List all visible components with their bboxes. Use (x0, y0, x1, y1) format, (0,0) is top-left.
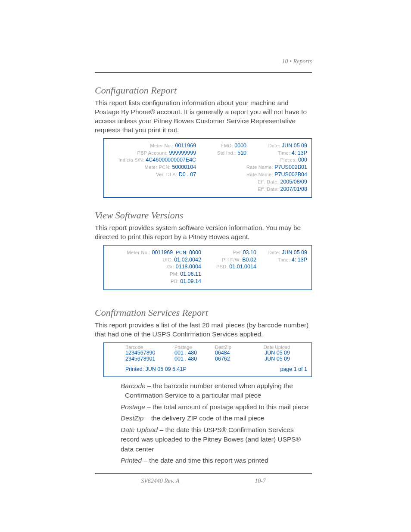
lbl-pieces: Pieces: (280, 157, 296, 162)
term-postage: Postage (121, 403, 145, 411)
table-row: 1234567890 001 . 480 06484 JUN 05 09 (125, 350, 307, 356)
section3-intro: This report provides a list of the last … (95, 321, 312, 339)
lbl-eff1: Eff. Date: (258, 179, 279, 184)
val-emd: 0000 (234, 143, 246, 149)
section1-title: Configuration Report (95, 85, 312, 96)
footer-pageno: 10-7 (255, 478, 266, 484)
lbl-stdind: Std Ind.: (217, 150, 236, 156)
val-ver: D0 . 07 (179, 171, 196, 177)
section2-title: View Software Versions (95, 210, 312, 221)
lbl2-uic: UIC: (163, 257, 173, 262)
footer-model: SV62440 Rev. A (141, 478, 179, 484)
val-date: JUN 05 09 (282, 143, 307, 149)
lbl-rate2: Rate Name: (246, 172, 273, 177)
val2-pb: 01.09.14 (180, 278, 201, 284)
term-printed: Printed (121, 457, 142, 464)
lbl2-psd: PSD: (216, 264, 228, 269)
page-label: page 1 of 1 (280, 366, 307, 372)
definitions: Barcode – the barcode number entered whe… (95, 381, 312, 466)
def-barcode: – the barcode number entered when applyi… (125, 382, 293, 399)
val2-uic: 01.02.0042 (174, 257, 201, 263)
lbl-rate1: Rate Name: (246, 165, 273, 170)
config-report-box: Meter No.: 0011969 PBP Account: 99999999… (103, 138, 312, 198)
page-footer: SV62440 Rev. A 10-7 (95, 478, 312, 485)
val-stdind: 510 (237, 150, 246, 156)
lbl-meter: Meter No.: (150, 143, 174, 148)
val2-psd: 01.01.0014 (229, 264, 256, 270)
cell-postage: 001 . 480 (174, 350, 205, 356)
lbl2-pcn: PCN: (176, 250, 187, 255)
section2-intro: This report provides system software ver… (95, 224, 312, 242)
lbl-ver: Ver. DLA: (156, 172, 177, 177)
cell-barcode: 1234567890 (125, 350, 164, 356)
col-postage: Postage (174, 345, 205, 350)
software-report-box: Meter No.: 0011969 PCN: 0000 UIC: 01.02.… (103, 245, 312, 290)
val2-gr: 0118.0004 (176, 264, 201, 270)
val-time: 4: 13P (292, 150, 307, 156)
table-row: 2345678901 001 . 480 06762 JUN 05 09 (125, 356, 307, 362)
header-chapter: 10 • Reports (282, 58, 312, 65)
top-rule (95, 72, 312, 73)
def-printed: – the date and time this report was prin… (142, 457, 268, 464)
val-meterpcn: 50000104 (172, 164, 196, 170)
lbl2-gr: Gr: (167, 264, 174, 269)
lbl-pbp: PBP Account: (137, 150, 168, 156)
section3-title: Confirmation Services Report (95, 307, 312, 318)
term-destzip: DestZip (121, 414, 143, 422)
val2-phfw: B0.02 (242, 257, 256, 263)
lbl2-pb: PB: (171, 279, 179, 284)
val2-date: JUN 05 09 (282, 249, 307, 255)
lbl2-phfw: PH F/W: (222, 257, 240, 262)
term-barcode: Barcode (121, 382, 146, 389)
val2-ph: 03.10 (243, 249, 256, 255)
val-pbp: 999999999 (169, 150, 196, 156)
section1-intro: This report lists configuration informat… (95, 99, 312, 135)
val-eff2: 2007/01/08 (280, 186, 307, 192)
def-postage: – the total amount of postage applied to… (145, 403, 308, 411)
lbl2-pm: PM: (170, 271, 178, 277)
bottom-rule (95, 473, 312, 474)
cell-dest: 06484 (215, 350, 241, 356)
term-dateupload: Date Upload (121, 426, 158, 433)
printed-label: Printed: JUN 05 09 5:41P (125, 366, 187, 372)
val-meter: 0011969 (175, 143, 196, 149)
running-header: 10 • Reports (95, 58, 312, 65)
lbl-time: Time: (278, 150, 290, 156)
conf-report-box: Barcode Postage DestZip Date Upload 1234… (103, 342, 312, 377)
val2-time: 4: 13P (292, 257, 307, 263)
val-eff1: 2005/08/09 (280, 179, 307, 185)
cell-date: JUN 05 09 (251, 350, 290, 356)
lbl-eff2: Eff. Date: (258, 187, 279, 192)
lbl2-meter: Meter No.: (127, 250, 150, 255)
conf-footer: Printed: JUN 05 09 5:41P page 1 of 1 (125, 366, 307, 372)
cell-dest: 06762 (215, 356, 241, 362)
val-indicia: 4C46000000007E4C (146, 157, 196, 163)
cell-barcode: 2345678901 (125, 356, 164, 362)
lbl2-time: Time: (278, 257, 290, 262)
lbl2-date: Date: (268, 250, 280, 255)
page: 10 • Reports Configuration Report This r… (0, 0, 411, 532)
lbl-meterpcn: Meter PCN: (145, 165, 171, 170)
val-rate1: P7US002B01 (274, 164, 307, 170)
val2-pcn: 0000 (189, 249, 201, 255)
lbl-date: Date: (268, 143, 280, 148)
lbl-indicia: Indicia S/N: (118, 157, 144, 162)
val2-pm: 01.06.11 (180, 271, 201, 277)
conf-header-row: Barcode Postage DestZip Date Upload (125, 345, 307, 350)
col-destzip: DestZip (215, 345, 241, 350)
cell-date: JUN 05 09 (251, 356, 290, 362)
lbl2-ph: PH: (233, 250, 241, 255)
col-dateupload: Date Upload (251, 345, 290, 350)
val2-meter: 0011969 (152, 249, 173, 255)
col-barcode: Barcode (125, 345, 164, 350)
cell-postage: 001 . 480 (174, 356, 205, 362)
def-destzip: – the delivery ZIP code of the mail piec… (143, 414, 264, 422)
lbl-emd: EMD: (221, 143, 233, 148)
val-pieces: 000 (298, 157, 307, 163)
val-rate2: P7US002B04 (274, 171, 307, 177)
